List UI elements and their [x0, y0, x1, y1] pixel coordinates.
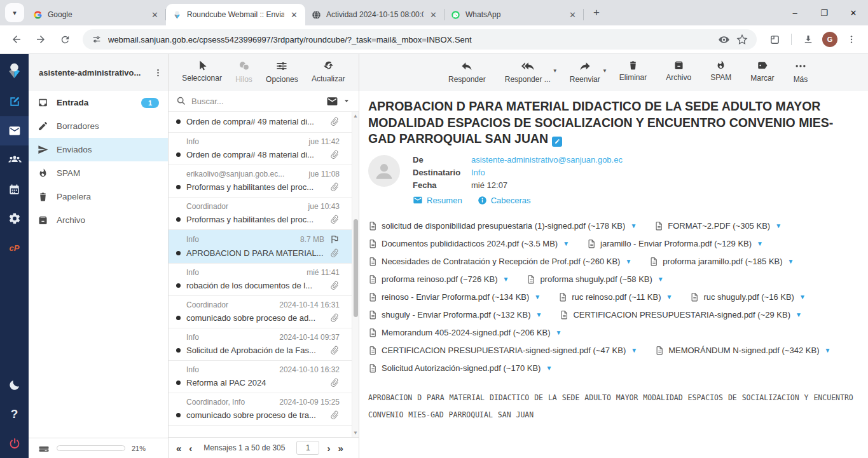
list-scrollbar[interactable]: ▲▼: [352, 112, 359, 437]
browser-tab[interactable]: Roundcube Webmail :: Enviado:✕: [166, 4, 305, 25]
attachment-item[interactable]: proforma shuguly.pdf (~58 KB)▼: [527, 274, 663, 284]
folder-item-papelera[interactable]: Papelera: [29, 185, 168, 208]
attachment-item[interactable]: Memorandum 405-2024-signed.pdf (~206 KB)…: [368, 328, 561, 337]
attachment-item[interactable]: shuguly - Enviar Proforma.pdf (~132 KB)▼: [368, 310, 542, 320]
attachment-menu-caret-icon[interactable]: ▼: [631, 347, 637, 354]
extensions-button[interactable]: [764, 29, 785, 50]
attachment-menu-caret-icon[interactable]: ▼: [535, 311, 542, 318]
url-bar[interactable]: webmail.sanjuan.gob.ec/cpsess5423996997/…: [83, 29, 757, 50]
attachment-item[interactable]: Solicitud Autorización-signed.pdf (~170 …: [368, 363, 552, 373]
attachment-name[interactable]: proforma reinoso.pdf (~726 KB): [382, 274, 497, 284]
mail-toolbar-spam[interactable]: SPAM: [710, 60, 731, 91]
to-address-link[interactable]: Info: [471, 168, 485, 177]
message-row[interactable]: Coordinador, Info2024-10-09 15:25comunic…: [169, 393, 359, 426]
attachment-name[interactable]: Documentos publididacticos 2024.pdf (~3.…: [382, 239, 558, 248]
prev-page-button[interactable]: ‹: [189, 443, 192, 453]
bookmark-star-icon[interactable]: [736, 34, 748, 45]
attachment-menu-caret-icon[interactable]: ▼: [775, 222, 782, 229]
maximize-button[interactable]: ❐: [809, 0, 839, 25]
rail-roundcube-logo[interactable]: [0, 54, 29, 87]
folder-item-enviados[interactable]: Enviados: [29, 138, 168, 161]
attachment-item[interactable]: CERTIFICACION PRESUPUESTARIA-signed.pdf …: [560, 310, 802, 320]
message-row[interactable]: Infomié 11:41robación de los documentos …: [169, 264, 359, 296]
browser-tab[interactable]: Google✕: [27, 4, 166, 25]
attachment-name[interactable]: proforma shuguly.pdf (~58 KB): [540, 274, 652, 284]
mail-toolbar-eliminar[interactable]: Eliminar: [619, 60, 647, 91]
attachment-name[interactable]: solicitud de disponibilidad presupuestar…: [382, 221, 625, 231]
attachment-name[interactable]: CERTIFICACION PRESUPUESTARIA-signed.pdf …: [573, 310, 790, 320]
minimize-button[interactable]: –: [780, 0, 809, 25]
profile-avatar[interactable]: G: [822, 32, 837, 47]
message-row[interactable]: Coordinador2024-10-14 16:31comunicado so…: [169, 296, 359, 328]
next-page-button[interactable]: ›: [327, 443, 330, 453]
list-toolbar-opciones[interactable]: Opciones: [266, 60, 298, 91]
attachment-item[interactable]: Necesidades de Contratación y Recepción …: [368, 257, 631, 266]
account-menu-icon[interactable]: [153, 68, 163, 77]
mail-toolbar-reenviar[interactable]: Reenviar▼: [570, 60, 600, 91]
attachment-menu-caret-icon[interactable]: ▼: [556, 329, 562, 336]
attachment-menu-caret-icon[interactable]: ▼: [534, 293, 541, 300]
search-input[interactable]: [191, 97, 321, 106]
attachment-name[interactable]: FORMAT~2.PDF (~305 KB): [668, 221, 770, 231]
message-row[interactable]: Info2024-10-10 16:32Reforma al PAC 2024: [169, 361, 359, 393]
site-settings-icon[interactable]: [92, 34, 102, 44]
search-scope-mail-icon[interactable]: [326, 95, 338, 107]
rail-darkmode[interactable]: [0, 370, 29, 400]
forward-button[interactable]: [31, 29, 51, 50]
attachment-name[interactable]: MEMORÁNDUM N-signed.pdf (~342 KB): [668, 346, 819, 355]
folder-item-archivo[interactable]: Archivo: [29, 208, 168, 232]
close-window-button[interactable]: ✕: [839, 0, 868, 25]
summary-action[interactable]: Resumen: [413, 195, 462, 205]
rail-mail[interactable]: [0, 116, 29, 145]
folder-item-borradores[interactable]: Borradores: [29, 114, 168, 138]
folder-item-entrada[interactable]: Entrada1: [29, 91, 168, 114]
message-row[interactable]: Coordinadorjue 10:43Proformas y habilita…: [169, 198, 359, 230]
attachment-name[interactable]: proforma jaramillo.pdf (~185 KB): [663, 257, 782, 266]
attachment-item[interactable]: ruc shuguly.pdf (~16 KB)▼: [690, 292, 805, 302]
attachment-menu-caret-icon[interactable]: ▼: [630, 222, 637, 229]
tab-close-icon[interactable]: ✕: [150, 10, 160, 20]
rail-compose[interactable]: [0, 87, 29, 116]
list-toolbar-seleccionar[interactable]: Seleccionar: [182, 60, 222, 91]
attachment-name[interactable]: jaramillo - Enviar Proforma.pdf (~129 KB…: [600, 239, 752, 248]
attachment-name[interactable]: Necesidades de Contratación y Recepción …: [382, 257, 620, 266]
new-tab-button[interactable]: +: [588, 4, 605, 22]
attachment-item[interactable]: CERTIFICACION PRESUPUESTARIA-signed-sign…: [368, 346, 637, 355]
list-toolbar-hilos[interactable]: Hilos: [235, 60, 252, 91]
rail-contacts[interactable]: [0, 145, 29, 175]
rail-settings[interactable]: [0, 204, 29, 233]
mail-toolbar-responder[interactable]: Responder: [448, 60, 486, 91]
attachment-menu-caret-icon[interactable]: ▼: [824, 347, 830, 354]
attachment-name[interactable]: ruc shuguly.pdf (~16 KB): [703, 292, 794, 302]
attachment-menu-caret-icon[interactable]: ▼: [563, 240, 569, 247]
reload-button[interactable]: [55, 29, 75, 50]
last-page-button[interactable]: »: [338, 443, 343, 453]
tab-close-icon[interactable]: ✕: [429, 10, 438, 20]
list-toolbar-actualizar[interactable]: Actualizar: [312, 60, 345, 91]
attachment-menu-caret-icon[interactable]: ▼: [799, 293, 806, 300]
message-row[interactable]: Orden de compra# 49 material di...: [169, 112, 359, 133]
mail-toolbar-m-s[interactable]: Más: [794, 60, 808, 91]
mail-toolbar-archivo[interactable]: Archivo: [666, 60, 691, 91]
attachment-item[interactable]: proforma reinoso.pdf (~726 KB)▼: [368, 274, 509, 284]
search-options-chevron-icon[interactable]: [342, 97, 351, 105]
scroll-up-icon[interactable]: ▲: [352, 113, 359, 119]
dropdown-caret-icon[interactable]: ▼: [602, 68, 607, 74]
attachment-menu-caret-icon[interactable]: ▼: [788, 258, 794, 265]
attachment-name[interactable]: Memorandum 405-2024-signed.pdf (~206 KB): [382, 328, 551, 337]
attachment-item[interactable]: Documentos publididacticos 2024.pdf (~3.…: [368, 239, 569, 248]
tab-close-icon[interactable]: ✕: [568, 10, 577, 20]
folder-item-spam[interactable]: SPAM: [29, 161, 168, 185]
attachment-menu-caret-icon[interactable]: ▼: [546, 365, 552, 372]
attachment-name[interactable]: Solicitud Autorización-signed.pdf (~170 …: [382, 363, 541, 373]
browser-menu-button[interactable]: [841, 29, 862, 50]
dropdown-caret-icon[interactable]: ▼: [553, 68, 558, 74]
page-number-input[interactable]: 1: [296, 441, 319, 455]
message-row[interactable]: Info8.7 MBAPROBACION D PARA MATERIAL...: [169, 230, 359, 264]
attachment-item[interactable]: FORMAT~2.PDF (~305 KB)▼: [654, 221, 782, 231]
attachment-name[interactable]: shuguly - Enviar Proforma.pdf (~132 KB): [382, 310, 530, 320]
attachment-menu-caret-icon[interactable]: ▼: [502, 276, 509, 283]
headers-action[interactable]: Cabeceras: [478, 196, 531, 205]
attachment-menu-caret-icon[interactable]: ▼: [658, 276, 664, 283]
preview-eye-icon[interactable]: [718, 34, 730, 46]
